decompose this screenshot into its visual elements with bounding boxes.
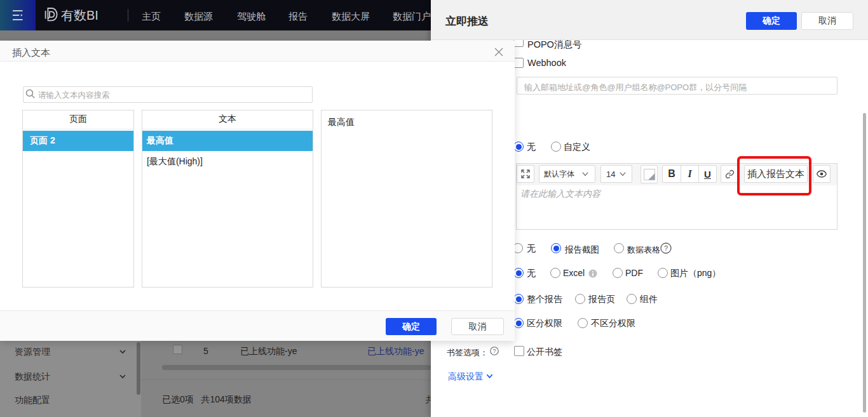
svg-text:?: ? [664,244,668,252]
svg-text:?: ? [493,348,496,354]
